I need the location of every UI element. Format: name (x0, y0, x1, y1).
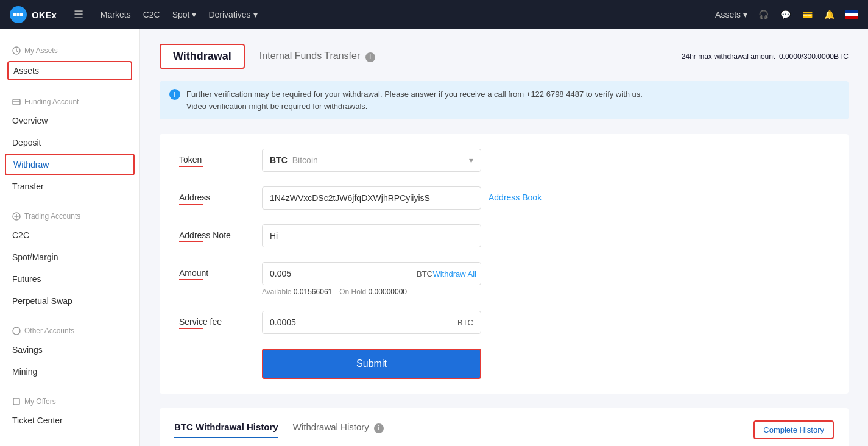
nav-right: Assets ▾ 🎧 💬 💳 🔔 (715, 9, 858, 21)
service-fee-label: Service fee (179, 311, 252, 327)
service-fee-input[interactable] (270, 317, 450, 327)
svg-rect-1 (13, 13, 16, 16)
token-row: Token BTCBitcoin ▾ (179, 149, 829, 172)
headphone-icon[interactable]: 🎧 (757, 9, 769, 21)
token-control: BTCBitcoin ▾ (262, 149, 829, 172)
svg-rect-8 (13, 398, 19, 405)
address-note-row: Address Note (179, 224, 829, 247)
sidebar-item-deposit[interactable]: Deposit (0, 132, 139, 154)
withdrawal-limit: 24hr max withdrawal amount 0.0000/300.00… (682, 52, 849, 61)
nav-spot[interactable]: Spot ▾ (172, 10, 197, 19)
info-banner: i Further verification may be required f… (160, 81, 849, 119)
nav-derivatives[interactable]: Derivatives ▾ (208, 10, 257, 19)
trading-accounts-section: Trading Accounts (0, 207, 139, 224)
banner-text: Further verification may be required for… (186, 88, 643, 112)
sidebar-item-c2c[interactable]: C2C (0, 224, 139, 246)
my-assets-section: My Assets (0, 41, 139, 58)
history-header: BTC Withdrawal History Withdrawal Histor… (174, 420, 834, 439)
brand-name: OKEx (32, 10, 57, 20)
hamburger-icon[interactable]: ☰ (71, 5, 86, 24)
address-book-link[interactable]: Address Book (489, 186, 542, 202)
bell-icon[interactable]: 🔔 (823, 9, 835, 21)
address-input[interactable] (262, 186, 481, 210)
submit-button[interactable]: Submit (262, 349, 481, 379)
my-offers-section: My Offers (0, 392, 139, 409)
address-label: Address (179, 186, 252, 202)
top-navigation: OKEx ☰ Markets C2C Spot ▾ Derivatives ▾ … (0, 0, 868, 29)
token-select[interactable]: BTCBitcoin ▾ (262, 149, 481, 172)
amount-row: Amount BTC Withdraw All Available 0.0156… (179, 262, 829, 296)
sidebar-item-ticket-center[interactable]: Ticket Center (0, 409, 139, 431)
svg-rect-5 (13, 99, 20, 105)
sidebar-item-mining[interactable]: Mining (0, 361, 139, 383)
sidebar: My Assets Assets Funding Account Overvie… (0, 29, 140, 446)
address-control: Address Book (262, 186, 829, 210)
address-note-label: Address Note (179, 224, 252, 240)
language-flag[interactable] (845, 10, 858, 19)
my-assets-label: My Assets (24, 46, 58, 55)
on-hold-label: On Hold (339, 288, 366, 296)
withdraw-all-button[interactable]: Withdraw All (432, 269, 476, 278)
funding-account-section: Funding Account (0, 93, 139, 110)
withdrawal-history-info-icon[interactable]: i (374, 423, 384, 433)
history-section: BTC Withdrawal History Withdrawal Histor… (160, 408, 849, 446)
sidebar-item-perpetual-swap[interactable]: Perpetual Swap (0, 290, 139, 312)
amount-sub-info: Available 0.01566061On Hold 0.00000000 (262, 288, 829, 296)
info-dot-icon: i (169, 89, 180, 100)
amount-currency-label: BTC (417, 269, 432, 278)
nav-links: Markets C2C Spot ▾ Derivatives ▾ (101, 10, 700, 19)
sidebar-item-savings[interactable]: Savings (0, 339, 139, 361)
page-header: Withdrawal Internal Funds Transfer i 24h… (160, 44, 849, 69)
svg-rect-2 (17, 13, 20, 16)
available-value: 0.01566061 (294, 288, 332, 296)
svg-rect-3 (20, 13, 23, 16)
withdrawal-form: Token BTCBitcoin ▾ Address Address Book (160, 134, 849, 394)
logo[interactable]: OKEx (10, 6, 57, 23)
cursor-indicator (451, 317, 451, 327)
amount-control: BTC Withdraw All Available 0.01566061On … (262, 262, 829, 296)
main-layout: My Assets Assets Funding Account Overvie… (0, 29, 868, 446)
token-chevron-icon: ▾ (469, 155, 473, 165)
assets-item[interactable]: Assets (7, 61, 132, 80)
withdrawal-history-tab[interactable]: Withdrawal History i (293, 422, 384, 438)
history-tabs: BTC Withdrawal History Withdrawal Histor… (174, 422, 384, 438)
wallet-icon[interactable]: 💳 (801, 9, 813, 21)
btc-withdrawal-history-tab[interactable]: BTC Withdrawal History (174, 422, 278, 438)
withdrawal-tab-button[interactable]: Withdrawal (160, 44, 245, 69)
page-tabs: Withdrawal Internal Funds Transfer i (160, 44, 387, 69)
sidebar-item-transfer[interactable]: Transfer (0, 175, 139, 197)
service-fee-control: BTC (262, 311, 829, 334)
internal-info-icon[interactable]: i (365, 52, 375, 62)
on-hold-value: 0.00000000 (369, 288, 407, 296)
sidebar-item-spot-margin[interactable]: Spot/Margin (0, 246, 139, 268)
assets-nav-link[interactable]: Assets ▾ (715, 10, 747, 19)
service-fee-input-wrapper: BTC (262, 311, 481, 334)
other-accounts-section: Other Accounts (0, 322, 139, 339)
chat-icon[interactable]: 💬 (779, 9, 791, 21)
address-note-control (262, 224, 829, 247)
internal-transfer-tab-button[interactable]: Internal Funds Transfer i (247, 46, 387, 67)
sidebar-item-withdraw[interactable]: Withdraw (5, 154, 135, 175)
nav-markets[interactable]: Markets (101, 10, 131, 19)
nav-c2c[interactable]: C2C (143, 10, 160, 19)
main-content: Withdrawal Internal Funds Transfer i 24h… (140, 29, 868, 446)
token-label: Token (179, 149, 252, 165)
complete-history-button[interactable]: Complete History (753, 420, 834, 439)
amount-input-wrapper: BTC Withdraw All (262, 262, 481, 285)
address-note-input[interactable] (262, 224, 481, 247)
service-fee-currency: BTC (457, 318, 473, 327)
address-row: Address Address Book (179, 186, 829, 210)
amount-label: Amount (179, 262, 252, 278)
sidebar-item-overview[interactable]: Overview (0, 110, 139, 132)
svg-point-7 (13, 327, 20, 334)
service-fee-row: Service fee BTC (179, 311, 829, 334)
available-label: Available (262, 288, 291, 296)
sidebar-item-futures[interactable]: Futures (0, 268, 139, 290)
